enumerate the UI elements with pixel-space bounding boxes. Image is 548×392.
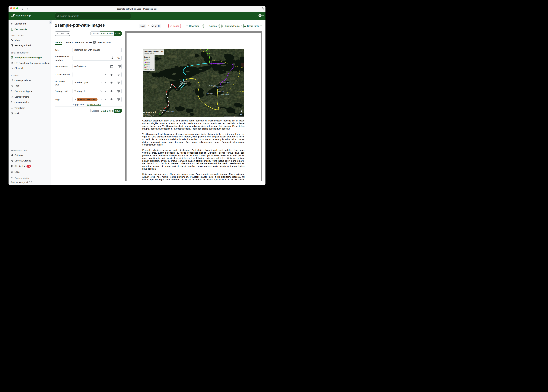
svg-text:Indian Grave Island: Indian Grave Island <box>219 82 230 83</box>
svg-text:Image © 2017 DigitalGlobe: Image © 2017 DigitalGlobe <box>143 115 156 117</box>
svg-text:Squirrel Island: Squirrel Island <box>221 94 229 95</box>
svg-text:Day 1: Day 1 <box>146 59 150 60</box>
svg-text:Mile Island: Mile Island <box>160 110 166 112</box>
svg-text:Washington Island: Washington Island <box>213 86 224 88</box>
svg-text:© 2017 Google: © 2017 Google <box>143 114 150 115</box>
svg-text:Day 6: Day 6 <box>146 67 150 68</box>
svg-text:Hausons Island: Hausons Island <box>216 62 225 64</box>
svg-text:Entry Point 24: Entry Point 24 <box>146 69 154 70</box>
svg-text:3 mi: 3 mi <box>233 115 235 117</box>
svg-text:Lincoln Island: Lincoln Island <box>217 91 224 92</box>
svg-text:Day 5: Day 5 <box>146 65 150 67</box>
svg-text:New York Island: New York Island <box>180 81 189 82</box>
svg-text:Day 4: Day 4 <box>146 64 150 65</box>
svg-text:Charlies Island: Charlies Island <box>166 111 174 112</box>
svg-text:Day 3: Day 3 <box>146 62 150 63</box>
svg-text:Google Earth: Google Earth <box>143 111 156 113</box>
svg-text:N: N <box>240 112 242 115</box>
svg-text:Boundary Waters Trip: Boundary Waters Trip <box>144 50 163 53</box>
svg-text:Text: Text <box>193 90 197 92</box>
svg-text:Half Dog Island: Half Dog Island <box>208 85 216 86</box>
svg-text:Day 2: Day 2 <box>146 60 150 62</box>
svg-text:Six days in BWCA: Six days in BWCA <box>144 53 156 54</box>
svg-text:Norway Island: Norway Island <box>214 93 221 95</box>
svg-text:Legend: Legend <box>144 56 150 58</box>
svg-text:Gary Island: Gary Island <box>180 83 187 84</box>
svg-text:Canoe Island: Canoe Island <box>206 93 213 94</box>
